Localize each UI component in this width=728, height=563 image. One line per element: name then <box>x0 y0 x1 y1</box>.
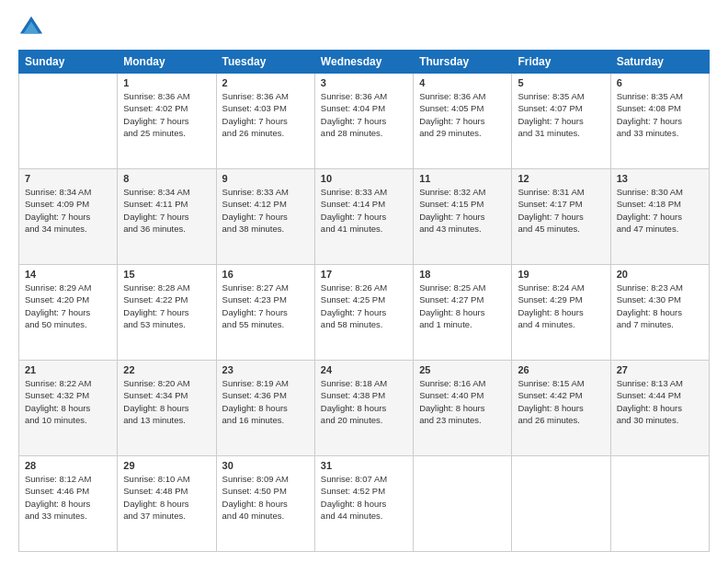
day-info: Sunrise: 8:28 AMSunset: 4:22 PMDaylight:… <box>123 282 210 330</box>
day-info: Sunrise: 8:20 AMSunset: 4:34 PMDaylight:… <box>123 377 210 426</box>
day-info: Sunrise: 8:33 AMSunset: 4:14 PMDaylight:… <box>321 186 407 235</box>
calendar-cell: 8Sunrise: 8:34 AMSunset: 4:11 PMDaylight… <box>118 169 216 265</box>
logo <box>18 15 48 40</box>
day-number: 15 <box>123 269 210 280</box>
day-info: Sunrise: 8:07 AMSunset: 4:52 PMDaylight:… <box>321 473 407 522</box>
header <box>18 15 710 40</box>
calendar-cell: 30Sunrise: 8:09 AMSunset: 4:50 PMDayligh… <box>216 456 314 552</box>
day-number: 18 <box>419 269 506 280</box>
calendar-cell: 19Sunrise: 8:24 AMSunset: 4:29 PMDayligh… <box>512 265 610 361</box>
day-number: 20 <box>617 269 703 280</box>
day-number: 7 <box>25 173 111 184</box>
calendar-cell: 15Sunrise: 8:28 AMSunset: 4:22 PMDayligh… <box>118 265 216 361</box>
day-number: 27 <box>617 364 703 375</box>
day-info: Sunrise: 8:18 AMSunset: 4:38 PMDaylight:… <box>321 377 407 426</box>
day-number: 29 <box>123 460 210 471</box>
day-number: 28 <box>25 460 111 471</box>
day-number: 31 <box>321 460 407 471</box>
calendar-cell: 29Sunrise: 8:10 AMSunset: 4:48 PMDayligh… <box>118 456 216 552</box>
week-row-2: 14Sunrise: 8:29 AMSunset: 4:20 PMDayligh… <box>19 265 710 361</box>
day-info: Sunrise: 8:12 AMSunset: 4:46 PMDaylight:… <box>25 473 111 522</box>
week-row-1: 7Sunrise: 8:34 AMSunset: 4:09 PMDaylight… <box>19 169 710 265</box>
day-number: 4 <box>419 77 506 88</box>
day-info: Sunrise: 8:34 AMSunset: 4:11 PMDaylight:… <box>123 186 210 235</box>
day-info: Sunrise: 8:09 AMSunset: 4:50 PMDaylight:… <box>222 473 309 522</box>
day-info: Sunrise: 8:13 AMSunset: 4:44 PMDaylight:… <box>617 377 703 426</box>
calendar-cell: 5Sunrise: 8:35 AMSunset: 4:07 PMDaylight… <box>512 74 610 169</box>
day-number: 17 <box>321 269 407 280</box>
calendar-cell: 18Sunrise: 8:25 AMSunset: 4:27 PMDayligh… <box>414 265 512 361</box>
calendar-cell <box>19 74 118 169</box>
day-number: 25 <box>419 364 506 375</box>
day-info: Sunrise: 8:16 AMSunset: 4:40 PMDaylight:… <box>419 377 506 426</box>
calendar-cell: 26Sunrise: 8:15 AMSunset: 4:42 PMDayligh… <box>512 361 610 456</box>
weekday-saturday: Saturday <box>610 51 709 74</box>
day-info: Sunrise: 8:34 AMSunset: 4:09 PMDaylight:… <box>25 186 111 235</box>
day-number: 12 <box>518 173 604 184</box>
day-number: 14 <box>25 269 111 280</box>
weekday-sunday: Sunday <box>19 51 118 74</box>
day-info: Sunrise: 8:15 AMSunset: 4:42 PMDaylight:… <box>518 377 604 426</box>
calendar-cell: 12Sunrise: 8:31 AMSunset: 4:17 PMDayligh… <box>512 169 610 265</box>
weekday-wednesday: Wednesday <box>314 51 413 74</box>
weekday-friday: Friday <box>512 51 610 74</box>
logo-icon <box>18 15 44 40</box>
calendar-cell: 28Sunrise: 8:12 AMSunset: 4:46 PMDayligh… <box>19 456 118 552</box>
page: SundayMondayTuesdayWednesdayThursdayFrid… <box>0 0 728 563</box>
day-info: Sunrise: 8:19 AMSunset: 4:36 PMDaylight:… <box>222 377 309 426</box>
day-number: 19 <box>518 269 604 280</box>
day-info: Sunrise: 8:32 AMSunset: 4:15 PMDaylight:… <box>419 186 506 235</box>
day-number: 5 <box>518 77 604 88</box>
day-info: Sunrise: 8:36 AMSunset: 4:03 PMDaylight:… <box>222 90 309 139</box>
day-info: Sunrise: 8:26 AMSunset: 4:25 PMDaylight:… <box>321 282 407 330</box>
day-number: 8 <box>123 173 210 184</box>
day-number: 21 <box>25 364 111 375</box>
calendar-cell: 2Sunrise: 8:36 AMSunset: 4:03 PMDaylight… <box>216 74 314 169</box>
calendar-cell: 3Sunrise: 8:36 AMSunset: 4:04 PMDaylight… <box>314 74 413 169</box>
calendar-cell: 7Sunrise: 8:34 AMSunset: 4:09 PMDaylight… <box>19 169 118 265</box>
calendar-table: SundayMondayTuesdayWednesdayThursdayFrid… <box>18 50 710 552</box>
calendar-cell: 9Sunrise: 8:33 AMSunset: 4:12 PMDaylight… <box>216 169 314 265</box>
day-number: 22 <box>123 364 210 375</box>
day-number: 3 <box>321 77 407 88</box>
calendar-cell: 22Sunrise: 8:20 AMSunset: 4:34 PMDayligh… <box>118 361 216 456</box>
weekday-tuesday: Tuesday <box>216 51 314 74</box>
calendar-cell: 6Sunrise: 8:35 AMSunset: 4:08 PMDaylight… <box>610 74 709 169</box>
day-number: 26 <box>518 364 604 375</box>
weekday-thursday: Thursday <box>414 51 512 74</box>
day-info: Sunrise: 8:22 AMSunset: 4:32 PMDaylight:… <box>25 377 111 426</box>
calendar-cell: 31Sunrise: 8:07 AMSunset: 4:52 PMDayligh… <box>314 456 413 552</box>
day-number: 9 <box>222 173 309 184</box>
day-info: Sunrise: 8:27 AMSunset: 4:23 PMDaylight:… <box>222 282 309 330</box>
day-info: Sunrise: 8:33 AMSunset: 4:12 PMDaylight:… <box>222 186 309 235</box>
day-number: 1 <box>123 77 210 88</box>
day-info: Sunrise: 8:24 AMSunset: 4:29 PMDaylight:… <box>518 282 604 330</box>
week-row-3: 21Sunrise: 8:22 AMSunset: 4:32 PMDayligh… <box>19 361 710 456</box>
calendar-cell <box>610 456 709 552</box>
calendar-cell <box>414 456 512 552</box>
calendar-cell: 14Sunrise: 8:29 AMSunset: 4:20 PMDayligh… <box>19 265 118 361</box>
day-number: 2 <box>222 77 309 88</box>
calendar-cell: 20Sunrise: 8:23 AMSunset: 4:30 PMDayligh… <box>610 265 709 361</box>
calendar-cell: 23Sunrise: 8:19 AMSunset: 4:36 PMDayligh… <box>216 361 314 456</box>
calendar-cell: 17Sunrise: 8:26 AMSunset: 4:25 PMDayligh… <box>314 265 413 361</box>
calendar-cell: 13Sunrise: 8:30 AMSunset: 4:18 PMDayligh… <box>610 169 709 265</box>
calendar-cell: 24Sunrise: 8:18 AMSunset: 4:38 PMDayligh… <box>314 361 413 456</box>
day-number: 16 <box>222 269 309 280</box>
day-info: Sunrise: 8:30 AMSunset: 4:18 PMDaylight:… <box>617 186 703 235</box>
calendar-cell: 25Sunrise: 8:16 AMSunset: 4:40 PMDayligh… <box>414 361 512 456</box>
day-number: 6 <box>617 77 703 88</box>
day-info: Sunrise: 8:36 AMSunset: 4:02 PMDaylight:… <box>123 90 210 139</box>
day-number: 11 <box>419 173 506 184</box>
week-row-4: 28Sunrise: 8:12 AMSunset: 4:46 PMDayligh… <box>19 456 710 552</box>
day-number: 13 <box>617 173 703 184</box>
day-info: Sunrise: 8:36 AMSunset: 4:04 PMDaylight:… <box>321 90 407 139</box>
calendar-cell: 21Sunrise: 8:22 AMSunset: 4:32 PMDayligh… <box>19 361 118 456</box>
day-info: Sunrise: 8:23 AMSunset: 4:30 PMDaylight:… <box>617 282 703 330</box>
calendar-cell: 16Sunrise: 8:27 AMSunset: 4:23 PMDayligh… <box>216 265 314 361</box>
weekday-monday: Monday <box>118 51 216 74</box>
day-info: Sunrise: 8:35 AMSunset: 4:08 PMDaylight:… <box>617 90 703 139</box>
day-number: 23 <box>222 364 309 375</box>
weekday-header-row: SundayMondayTuesdayWednesdayThursdayFrid… <box>19 51 710 74</box>
day-info: Sunrise: 8:31 AMSunset: 4:17 PMDaylight:… <box>518 186 604 235</box>
